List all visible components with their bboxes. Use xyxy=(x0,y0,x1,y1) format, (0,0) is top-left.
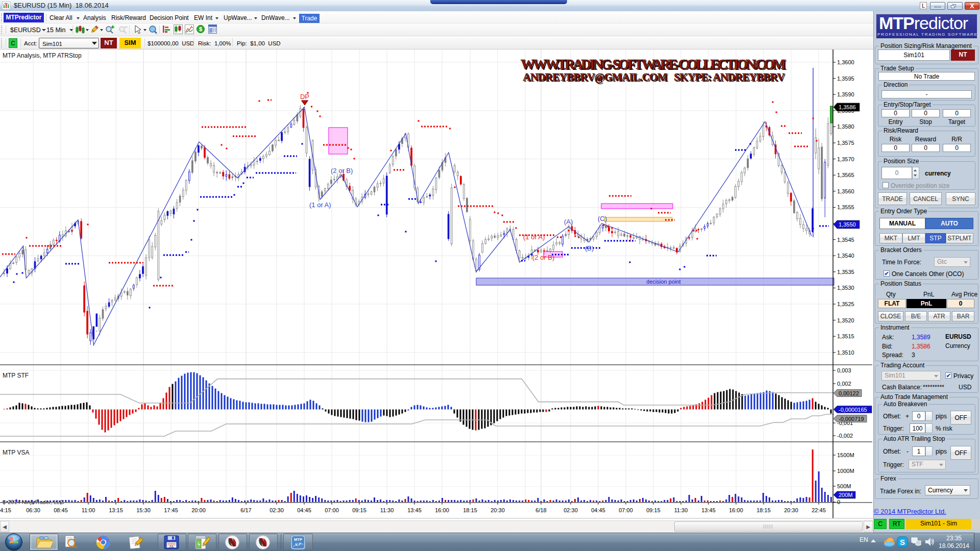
svg-text:v 7: v 7 xyxy=(295,542,301,546)
svg-text:MTP: MTP xyxy=(294,537,302,542)
svg-text:1,3545: 1,3545 xyxy=(837,237,854,243)
svg-text:0,00122: 0,00122 xyxy=(839,390,859,396)
svg-text:0: 0 xyxy=(837,499,840,505)
svg-text:1,3570: 1,3570 xyxy=(837,156,854,162)
svg-text:13:15: 13:15 xyxy=(109,507,123,513)
svg-text:13:45: 13:45 xyxy=(701,507,716,513)
svg-text:ANDREYBBRV@GMAIL.COM SKYPE:: ANDREYBBRV@GMAIL.COM SKYPE: ANDREYBBRV xyxy=(523,71,785,83)
svg-text:1,3600: 1,3600 xyxy=(837,59,854,65)
svg-text:16:00: 16:00 xyxy=(435,507,449,513)
svg-text:(A): (A) xyxy=(564,218,573,226)
svg-text:20:30: 20:30 xyxy=(491,507,505,513)
svg-text:1,3560: 1,3560 xyxy=(837,188,854,194)
svg-text:S: S xyxy=(900,538,905,546)
svg-text:15:30: 15:30 xyxy=(136,507,151,513)
svg-text:-0,002: -0,002 xyxy=(837,433,853,439)
svg-text:1,3565: 1,3565 xyxy=(837,172,854,178)
svg-text:11:30: 11:30 xyxy=(674,507,688,513)
svg-text:18:15: 18:15 xyxy=(756,507,771,513)
svg-text:1,3525: 1,3525 xyxy=(837,301,854,307)
svg-text:18:15: 18:15 xyxy=(463,507,477,513)
svg-text:1,3590: 1,3590 xyxy=(837,91,854,97)
svg-text:07:00: 07:00 xyxy=(619,507,633,513)
svg-text:MTP Analysis, MTP ATRStop: MTP Analysis, MTP ATRStop xyxy=(3,52,82,59)
svg-text:11:00: 11:00 xyxy=(82,507,95,513)
svg-text:-0,0000165: -0,0000165 xyxy=(839,407,867,413)
svg-text:07:00: 07:00 xyxy=(325,507,339,513)
svg-text:0,003: 0,003 xyxy=(837,367,851,373)
svg-text:1,3580: 1,3580 xyxy=(837,123,854,130)
svg-text:(1 or A): (1 or A) xyxy=(309,201,331,209)
svg-text:02:30: 02:30 xyxy=(270,507,284,513)
svg-text:04:15: 04:15 xyxy=(0,507,11,513)
svg-text:-64-: -64- xyxy=(168,545,175,548)
svg-text:↳: ↳ xyxy=(197,542,201,547)
svg-text:08:45: 08:45 xyxy=(54,507,68,513)
svg-text:(B): (B) xyxy=(585,244,594,252)
svg-text:17:45: 17:45 xyxy=(164,507,178,513)
svg-text:1,3520: 1,3520 xyxy=(837,317,854,323)
svg-text:200M: 200M xyxy=(839,492,853,498)
svg-text:WWW.TRADING-SOFTWARE-COLLECTIO: WWW.TRADING-SOFTWARE-COLLECTION.COM xyxy=(521,56,786,72)
svg-text:09:15: 09:15 xyxy=(352,507,366,513)
svg-text:(C): (C) xyxy=(598,215,607,222)
svg-text:DP: DP xyxy=(300,93,309,101)
svg-text:13:45: 13:45 xyxy=(407,507,422,513)
svg-text:16:00: 16:00 xyxy=(729,507,743,513)
svg-text:0,002: 0,002 xyxy=(837,381,851,387)
svg-text:1,3555: 1,3555 xyxy=(837,204,854,210)
svg-text:02:30: 02:30 xyxy=(564,507,578,513)
svg-text:1,3530: 1,3530 xyxy=(837,285,854,291)
svg-text:1,3535: 1,3535 xyxy=(837,269,854,275)
svg-text:20:00: 20:00 xyxy=(191,507,206,513)
svg-text:1500M: 1500M xyxy=(837,452,854,458)
svg-text:04:45: 04:45 xyxy=(591,507,605,513)
svg-text:1,3586: 1,3586 xyxy=(839,104,856,110)
svg-text:1,3515: 1,3515 xyxy=(837,333,854,339)
svg-text:20:30: 20:30 xyxy=(784,507,798,513)
svg-text:1,3540: 1,3540 xyxy=(837,253,854,259)
svg-text:6/18: 6/18 xyxy=(535,507,546,513)
svg-text:MTP VSA: MTP VSA xyxy=(3,449,29,456)
svg-text:decision point: decision point xyxy=(646,279,680,285)
svg-text:500M: 500M xyxy=(837,483,851,489)
svg-text:1,3595: 1,3595 xyxy=(837,76,854,82)
svg-text:22:45: 22:45 xyxy=(812,507,826,513)
svg-text:$: $ xyxy=(199,26,202,32)
svg-text:1000M: 1000M xyxy=(837,468,854,474)
svg-text:(2 or B): (2 or B) xyxy=(331,167,353,174)
svg-text:(1 or A): (1 or A) xyxy=(523,233,545,241)
svg-text:1,3550: 1,3550 xyxy=(839,221,856,228)
svg-text:(2 or B): (2 or B) xyxy=(532,254,554,261)
svg-text:6/17: 6/17 xyxy=(240,507,251,513)
svg-text:-0,000719: -0,000719 xyxy=(839,416,864,422)
svg-text:04:45: 04:45 xyxy=(297,507,311,513)
svg-text:1,3510: 1,3510 xyxy=(837,349,854,356)
svg-text:MTP STF: MTP STF xyxy=(3,372,29,379)
svg-text:09:15: 09:15 xyxy=(646,507,660,513)
svg-text:1,3575: 1,3575 xyxy=(837,140,854,146)
svg-text:06:30: 06:30 xyxy=(26,507,40,513)
svg-text:11:30: 11:30 xyxy=(380,507,394,513)
